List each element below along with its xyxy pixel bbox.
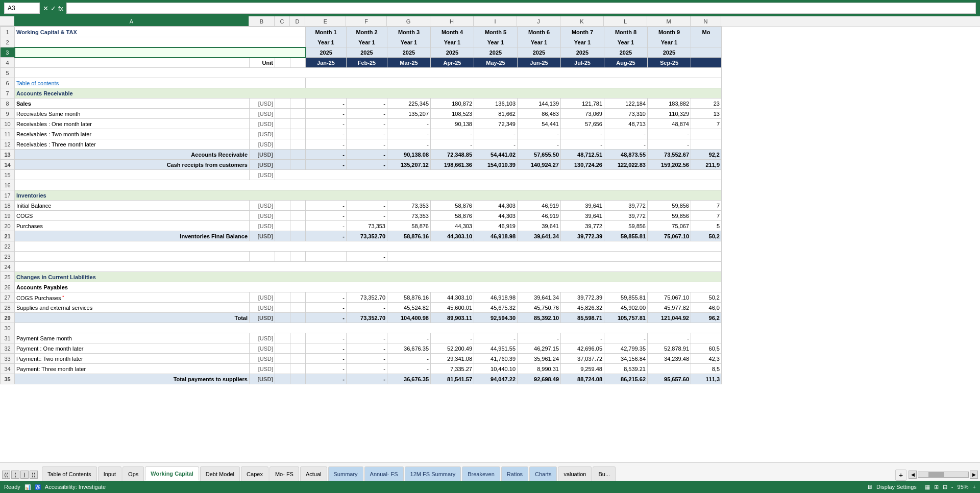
toc-link[interactable]: Table of contents bbox=[16, 80, 59, 86]
zoom-out-icon[interactable]: - bbox=[951, 484, 953, 490]
sheet-tab-capex[interactable]: Capex bbox=[241, 466, 268, 481]
r14-g: 135,207.12 bbox=[387, 160, 431, 170]
display-settings-text[interactable]: Display Settings bbox=[876, 484, 917, 490]
col-header-k[interactable]: K bbox=[560, 16, 604, 26]
function-icon[interactable]: fx bbox=[58, 5, 63, 12]
tab-nav-buttons: ⟨⟨ ⟨ ⟩ ⟩⟩ bbox=[0, 469, 40, 481]
sheet-tab-working-capital[interactable]: Working Capital bbox=[145, 466, 199, 481]
table-row: 12 Receivables : Three month later [USD]… bbox=[1, 139, 722, 150]
r18-c bbox=[275, 201, 290, 211]
r29-a: Total bbox=[15, 313, 250, 323]
sheet-tab-input[interactable]: Input bbox=[98, 466, 121, 481]
sheet-tab-annual-fs[interactable]: Annual- FS bbox=[364, 466, 404, 481]
r13-a: Accounts Receivable bbox=[15, 150, 250, 160]
table-row: 17 Inventories bbox=[1, 190, 722, 201]
sheet-tab-ops-label: Ops bbox=[128, 471, 138, 477]
toc-link-cell[interactable]: Table of contents bbox=[15, 78, 306, 88]
r11-i: - bbox=[474, 129, 518, 139]
table-row: 27 COGS Purchases ▪ [USD] - 73,352.70 58… bbox=[1, 292, 722, 303]
sheet-tab-summary[interactable]: Summary bbox=[328, 466, 363, 481]
r27-f: 73,352.70 bbox=[347, 292, 387, 303]
r14-d bbox=[290, 160, 306, 170]
r35-h: 81,541.57 bbox=[431, 374, 474, 384]
r33-g: - bbox=[387, 354, 431, 364]
table-row: 26 Accounts Payables bbox=[1, 282, 722, 292]
sheet-tab-dm-label: Debt Model bbox=[206, 471, 234, 477]
sheet-tab-12m[interactable]: 12M FS Summary bbox=[405, 466, 461, 481]
col-header-j[interactable]: J bbox=[517, 16, 560, 26]
r34-b: [USD] bbox=[250, 364, 275, 374]
sheet-tab-debt-model[interactable]: Debt Model bbox=[200, 466, 240, 481]
col-header-n[interactable]: N bbox=[691, 16, 721, 26]
tab-nav-next[interactable]: ⟩ bbox=[20, 471, 29, 479]
r18-a: Initial Balance bbox=[15, 201, 250, 211]
col-header-f[interactable]: F bbox=[346, 16, 387, 26]
r33-a: Payment:: Two month later bbox=[15, 354, 250, 364]
grid-scroll[interactable]: 1 Working Capital & TAX Month 1 Month 2 … bbox=[0, 27, 980, 462]
sheet-tab-12m-label: 12M FS Summary bbox=[410, 471, 456, 477]
cell-ref-value: A3 bbox=[8, 5, 15, 12]
r10-i: 72,349 bbox=[474, 119, 518, 129]
r21-m: 75,067.10 bbox=[648, 231, 691, 241]
display-settings-icon[interactable]: 🖥 bbox=[867, 484, 872, 490]
r12-d bbox=[290, 139, 306, 150]
col-header-a[interactable]: A bbox=[14, 16, 249, 26]
r10-d bbox=[290, 119, 306, 129]
r28-l: 45,902.00 bbox=[604, 303, 648, 313]
tab-nav-first[interactable]: ⟨⟨ bbox=[2, 471, 10, 479]
r27-k: 39,772.39 bbox=[561, 292, 604, 303]
scroll-right-btn[interactable]: ▶ bbox=[970, 471, 978, 479]
confirm-icon[interactable]: ✓ bbox=[51, 5, 56, 12]
sheet-tab-breakeven[interactable]: Breakeven bbox=[462, 466, 500, 481]
tab-nav-prev[interactable]: ⟨ bbox=[11, 471, 19, 479]
sheet-tab-valuation[interactable]: valuation bbox=[558, 466, 592, 481]
col-header-e[interactable]: E bbox=[305, 16, 346, 26]
col-header-i[interactable]: I bbox=[474, 16, 517, 26]
sheet-tab-val-label: valuation bbox=[564, 471, 586, 477]
r35-k: 88,724.08 bbox=[561, 374, 604, 384]
r18-j: 46,919 bbox=[518, 201, 561, 211]
col-header-b[interactable]: B bbox=[249, 16, 275, 26]
sheet-tab-ratios[interactable]: Ratios bbox=[501, 466, 528, 481]
r9-g: 135,207 bbox=[387, 109, 431, 119]
accessibility-icon[interactable]: ♿ bbox=[35, 484, 41, 490]
zoom-in-icon[interactable]: + bbox=[973, 484, 976, 490]
sheet-tab-toc[interactable]: Table of Contents bbox=[42, 466, 97, 481]
view-page-layout-icon[interactable]: ⊞ bbox=[934, 484, 939, 490]
r27-i: 46,918.98 bbox=[474, 292, 518, 303]
r31-h: - bbox=[431, 333, 474, 343]
view-normal-icon[interactable]: ▦ bbox=[925, 484, 930, 490]
formula-input[interactable] bbox=[66, 3, 976, 14]
sheet-tab-charts[interactable]: Charts bbox=[529, 466, 557, 481]
col-header-h[interactable]: H bbox=[430, 16, 474, 26]
tab-nav-last[interactable]: ⟩⟩ bbox=[30, 471, 38, 479]
col-header-d[interactable]: D bbox=[290, 16, 305, 26]
cell-reference-box[interactable]: A3 bbox=[4, 3, 40, 14]
r13-b: [USD] bbox=[250, 150, 275, 160]
sheet-tab-actual[interactable]: Actual bbox=[300, 466, 327, 481]
r11-n bbox=[691, 129, 722, 139]
col-header-g[interactable]: G bbox=[387, 16, 430, 26]
scroll-left-btn[interactable]: ◀ bbox=[909, 471, 917, 479]
r19-h: 58,876 bbox=[431, 211, 474, 221]
r9-f: - bbox=[347, 109, 387, 119]
col-header-m[interactable]: M bbox=[647, 16, 691, 26]
month-header-k: Month 7 bbox=[561, 27, 604, 37]
row-num-5: 5 bbox=[1, 68, 15, 78]
month-name-h: Apr-25 bbox=[431, 58, 474, 68]
view-page-break-icon[interactable]: ⊟ bbox=[943, 484, 947, 490]
sheet-tab-mofs[interactable]: Mo- FS bbox=[270, 466, 299, 481]
sheet-tab-ops[interactable]: Ops bbox=[122, 466, 144, 481]
col-header-l[interactable]: L bbox=[604, 16, 647, 26]
cancel-icon[interactable]: ✕ bbox=[43, 5, 48, 12]
table-row: 13 Accounts Receivable [USD] - - 90,138.… bbox=[1, 150, 722, 160]
horizontal-scrollbar[interactable] bbox=[918, 472, 969, 478]
add-sheet-button[interactable]: + bbox=[895, 470, 906, 481]
month-name-g: Mar-25 bbox=[387, 58, 431, 68]
col-header-c[interactable]: C bbox=[275, 16, 290, 26]
r32-h: 52,200.49 bbox=[431, 343, 474, 354]
accessibility-text[interactable]: Accessibility: Investigate bbox=[45, 484, 106, 490]
r12-a: Receivables : Three month later bbox=[15, 139, 250, 150]
r3-a[interactable] bbox=[15, 47, 306, 58]
sheet-tab-bu[interactable]: Bu... bbox=[593, 466, 616, 481]
